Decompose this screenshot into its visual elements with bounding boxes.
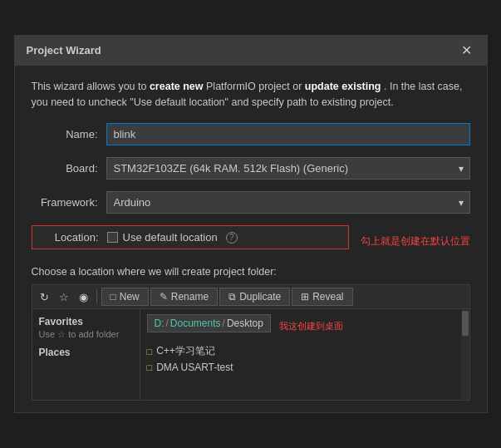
location-label: Location: — [39, 231, 107, 244]
path-sep-2: / — [223, 318, 225, 329]
help-icon[interactable]: ? — [226, 232, 238, 244]
file-toolbar: ↻ ☆ ◉ □ New ✎ Rename ⧉ Duplicate ⊞ Revea… — [32, 284, 470, 309]
duplicate-button[interactable]: ⧉ Duplicate — [219, 288, 290, 306]
location-annotation: 勾上就是创建在默认位置 — [361, 234, 470, 249]
scrollbar-thumb — [462, 311, 469, 336]
board-label: Board: — [32, 162, 106, 175]
reveal-label: Reveal — [312, 291, 343, 303]
board-select-wrapper: STM32F103ZE (64k RAM. 512k Flash) (Gener… — [106, 157, 470, 180]
file-name: DMA USART-test — [156, 362, 233, 373]
sidebar-pane: Favorites Use ☆ to add folder Places — [32, 309, 140, 400]
reveal-icon: ⊞ — [301, 291, 309, 303]
intro-bold1: create new — [150, 81, 204, 92]
location-checkbox-area: Use default location ? — [107, 231, 238, 244]
list-item[interactable]: □ DMA USART-test — [147, 360, 463, 375]
choose-text: Choose a location where we will create p… — [32, 266, 470, 278]
star-button[interactable]: ☆ — [55, 288, 73, 306]
intro-before: This wizard allows you to — [32, 81, 150, 92]
favorites-sub: Use ☆ to add folder — [39, 329, 133, 340]
framework-select[interactable]: Arduino — [106, 191, 470, 214]
refresh-button[interactable]: ↻ — [36, 288, 53, 306]
path-drive[interactable]: D: — [155, 318, 165, 329]
framework-label: Framework: — [32, 196, 106, 209]
close-button[interactable]: ✕ — [458, 42, 475, 59]
reveal-button[interactable]: ⊞ Reveal — [292, 288, 352, 306]
eye-button[interactable]: ◉ — [75, 288, 92, 306]
file-browser: Favorites Use ☆ to add folder Places D: … — [32, 309, 470, 401]
new-button[interactable]: □ New — [101, 288, 149, 306]
dialog-title: Project Wizard — [27, 44, 101, 57]
name-label: Name: — [32, 128, 106, 140]
duplicate-icon: ⧉ — [228, 291, 236, 303]
dialog-titlebar: Project Wizard ✕ — [15, 36, 487, 66]
file-name: C++学习笔记 — [156, 344, 215, 358]
intro-bold2: update existing — [305, 81, 381, 92]
rename-icon: ✎ — [160, 291, 168, 303]
list-item[interactable]: □ C++学习笔记 — [147, 342, 463, 360]
path-desktop: Desktop — [227, 318, 263, 329]
path-sep-1: / — [166, 318, 169, 329]
rename-button[interactable]: ✎ Rename — [150, 288, 218, 306]
folder-icon: □ — [147, 347, 153, 357]
location-checkbox[interactable] — [107, 232, 118, 243]
framework-select-wrapper: Arduino — [106, 191, 470, 214]
main-pane: D: / Documents / Desktop 我这创建到桌面 □ C++学习… — [140, 309, 469, 400]
framework-row: Framework: Arduino — [32, 191, 470, 214]
intro-middle: PlatformIO project or — [206, 81, 305, 92]
rename-label: Rename — [171, 291, 209, 303]
file-list: □ C++学习笔记 □ DMA USART-test — [147, 342, 463, 375]
favorites-title: Favorites — [39, 316, 133, 327]
new-icon: □ — [111, 291, 116, 303]
dialog-body: This wizard allows you to create new Pla… — [15, 66, 487, 413]
duplicate-label: Duplicate — [239, 291, 281, 303]
location-row: Location: Use default location ? — [32, 225, 349, 249]
name-input[interactable] — [106, 123, 470, 145]
project-wizard-dialog: Project Wizard ✕ This wizard allows you … — [14, 35, 488, 414]
path-annotation: 我这创建到桌面 — [279, 320, 343, 332]
intro-text: This wizard allows you to create new Pla… — [32, 79, 470, 111]
path-documents[interactable]: Documents — [170, 318, 221, 329]
folder-icon: □ — [147, 362, 153, 372]
board-row: Board: STM32F103ZE (64k RAM. 512k Flash)… — [32, 157, 470, 180]
name-row: Name: — [32, 123, 470, 145]
path-bar: D: / Documents / Desktop — [147, 314, 271, 332]
toolbar-divider — [96, 290, 97, 303]
board-select[interactable]: STM32F103ZE (64k RAM. 512k Flash) (Gener… — [106, 157, 470, 180]
location-text: Use default location — [123, 231, 218, 244]
places-title: Places — [39, 347, 133, 358]
new-label: New — [120, 291, 140, 303]
scrollbar[interactable] — [461, 309, 469, 400]
